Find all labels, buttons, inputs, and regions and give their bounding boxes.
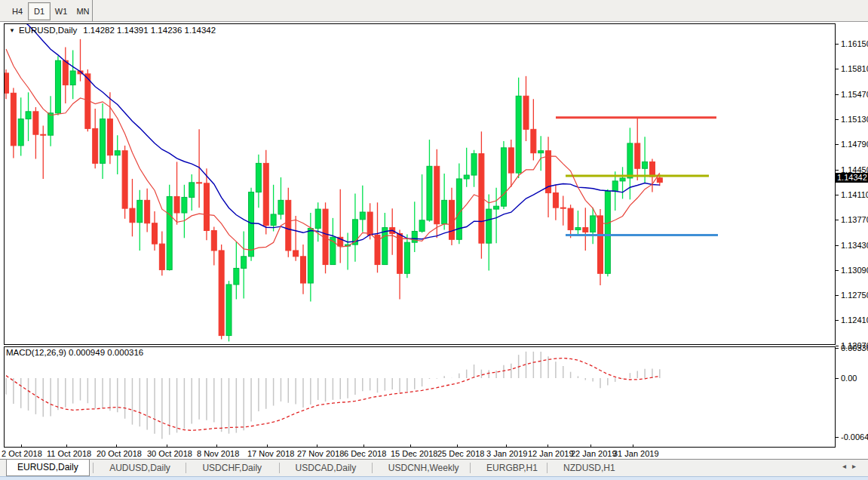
date-axis-tick (590, 445, 591, 448)
macd-axis-label: 0.003306 (841, 343, 868, 352)
symbol-tab-usdcad[interactable]: USDCAD,Daily (285, 460, 367, 476)
price-axis-tick (836, 295, 839, 296)
date-axis-tick (317, 445, 317, 448)
timeframe-toolbar: H4 D1 W1 MN (0, 0, 868, 22)
price-axis-tick (836, 346, 839, 346)
date-axis-label: 17 Nov 2018 (247, 449, 294, 458)
symbol-tab-eurusd[interactable]: EURUSD,Daily (6, 460, 90, 476)
tab-separator (547, 463, 547, 473)
current-price-box: 1.14342 (836, 173, 868, 183)
price-axis-tick (836, 270, 839, 271)
price-axis-tick (836, 144, 839, 145)
date-axis-label: 6 Dec 2018 (344, 449, 386, 458)
price-axis-tick (836, 245, 839, 246)
chart-ohlc-values: 1.14282 1.14391 1.14236 1.14342 (83, 26, 216, 35)
date-axis-label: 8 Nov 2018 (197, 449, 239, 458)
macd-axis-label: 0.00 (841, 374, 857, 383)
tab-separator (279, 463, 280, 473)
date-axis-tick (66, 445, 67, 448)
window-bottom-strip (0, 476, 868, 480)
price-axis-tick (836, 195, 839, 195)
date-axis-tick (633, 445, 633, 448)
macd-axis-tick (836, 378, 839, 379)
price-axis-tick (836, 94, 839, 95)
macd-indicator-label: MACD(12,26,9) 0.000949 0.000316 (6, 348, 143, 357)
timeframe-button-mn[interactable]: MN (72, 2, 94, 20)
symbol-tab-audusd[interactable]: AUDUSD,Daily (99, 460, 181, 476)
price-pane[interactable] (4, 23, 836, 345)
price-axis-label: 1.14110 (841, 190, 868, 199)
date-axis-tick (363, 445, 364, 448)
price-axis-label: 1.15470 (841, 90, 868, 99)
date-axis-tick (506, 445, 507, 448)
date-axis-label: 11 Oct 2018 (47, 449, 91, 458)
price-axis-tick (836, 170, 839, 171)
date-axis-tick (116, 445, 117, 448)
timeframe-button-h4[interactable]: H4 (6, 2, 29, 20)
symbol-tab-eurgbp[interactable]: EURGBP,H1 (476, 460, 548, 476)
macd-pane[interactable] (4, 346, 836, 448)
date-axis-label: 12 Jan 2019 (528, 449, 574, 458)
date-axis-label: 20 Oct 2018 (97, 449, 142, 458)
date-axis-label: 25 Dec 2018 (437, 449, 484, 458)
date-axis-tick (457, 445, 458, 448)
symbol-tab-usdchf[interactable]: USDCHF,Daily (192, 460, 272, 476)
date-axis-tick (410, 445, 411, 448)
macd-axis-tick (836, 348, 839, 349)
symbol-tabbar: EURUSD,DailyAUDUSD,DailyUSDCHF,DailyUSDC… (0, 459, 868, 477)
tab-scroll-arrows[interactable]: ◂▸ (842, 462, 862, 470)
macd-axis-tick (836, 437, 839, 438)
tab-scroll-right-icon[interactable]: ▸ (852, 462, 862, 470)
date-axis-label: 15 Dec 2018 (391, 449, 437, 458)
timeframe-button-w1[interactable]: W1 (50, 2, 72, 20)
price-axis-label: 1.14790 (841, 140, 868, 149)
date-axis-label: 30 Oct 2018 (147, 449, 192, 458)
price-axis-tick (836, 220, 839, 220)
date-axis-tick (167, 445, 167, 448)
date-axis-tick (267, 445, 268, 448)
price-axis-label: 1.16150 (841, 39, 868, 48)
tab-separator (372, 463, 373, 473)
timeframe-button-d1[interactable]: D1 (28, 2, 51, 20)
chart-symbol-label: EURUSD,Daily (19, 26, 77, 35)
price-axis-label: 1.12410 (841, 315, 868, 325)
toolbar-separator (92, 0, 93, 21)
price-axis-tick (836, 119, 839, 120)
symbol-tab-usdcnh[interactable]: USDCNH,Weekly (378, 460, 470, 476)
tab-separator (470, 463, 471, 473)
date-axis-label: 2 Oct 2018 (2, 449, 42, 458)
date-axis-tick (21, 445, 22, 448)
price-axis-tick (836, 320, 839, 321)
date-axis-tick (216, 445, 217, 448)
date-axis-label: 27 Nov 2018 (297, 449, 344, 458)
price-axis-label: 1.15810 (841, 64, 868, 73)
price-axis-tick (836, 44, 839, 45)
price-axis-tick (836, 69, 839, 69)
date-axis-tick (547, 445, 548, 448)
price-axis-label: 1.13770 (841, 215, 868, 224)
price-axis-label: 1.12750 (841, 291, 868, 300)
chevron-down-icon[interactable]: ▼ (9, 27, 15, 34)
date-axis-label: 3 Jan 2019 (486, 449, 527, 458)
tab-separator (93, 463, 94, 473)
price-axis-label: 1.13090 (841, 266, 868, 275)
symbol-tab-nzdusd[interactable]: NZDUSD,H1 (553, 460, 626, 476)
date-axis-label: 22 Jan 2019 (571, 449, 617, 458)
tab-separator (186, 463, 186, 473)
price-axis-label: 1.13430 (841, 241, 868, 250)
date-axis-label: 31 Jan 2019 (613, 449, 659, 458)
tab-scroll-left-icon[interactable]: ◂ (842, 462, 852, 470)
chart-title: ▼EURUSD,Daily1.14282 1.14391 1.14236 1.1… (9, 26, 216, 35)
price-axis-label: 1.15130 (841, 115, 868, 124)
macd-axis-label: -0.00649 (841, 432, 868, 442)
